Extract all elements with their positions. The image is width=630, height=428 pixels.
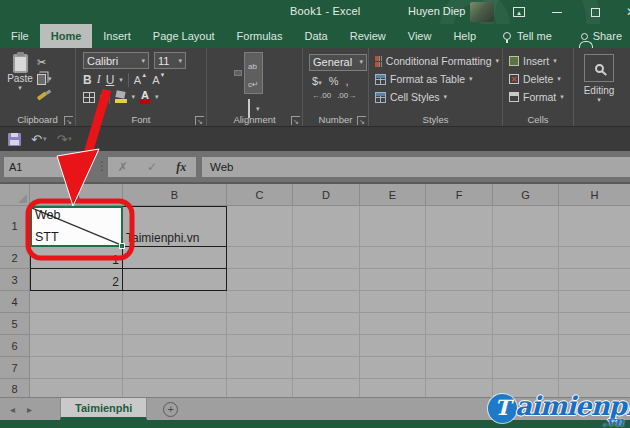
row-header-6[interactable]: 6 bbox=[0, 335, 30, 357]
column-header-E[interactable]: E bbox=[360, 184, 426, 206]
next-sheet-icon[interactable]: ▸ bbox=[27, 404, 32, 415]
column-header-D[interactable]: D bbox=[293, 184, 360, 206]
cell-H5[interactable] bbox=[559, 313, 630, 335]
clipboard-dialog-launcher[interactable]: ↘ bbox=[64, 116, 73, 125]
sheet-tab-taimienphi[interactable]: Taimienphi bbox=[60, 398, 147, 420]
format-cells-button[interactable]: Format▾ bbox=[506, 88, 570, 106]
cell-A7[interactable] bbox=[30, 357, 123, 379]
row-header-7[interactable]: 7 bbox=[0, 357, 30, 379]
formula-input[interactable]: Web bbox=[202, 157, 630, 177]
cell-H4[interactable] bbox=[559, 291, 630, 313]
cell-A3[interactable]: 2 bbox=[30, 269, 123, 291]
cell-H2[interactable] bbox=[559, 247, 630, 269]
column-header-F[interactable]: F bbox=[426, 184, 493, 206]
align-right-button[interactable] bbox=[234, 106, 242, 112]
number-dialog-launcher[interactable]: ↘ bbox=[357, 116, 366, 125]
editing-dropdown-icon[interactable]: ▾ bbox=[597, 96, 601, 104]
underline-dropdown-icon[interactable]: ▾ bbox=[119, 76, 123, 84]
increase-font-size-button[interactable]: A▲ bbox=[134, 74, 147, 86]
minimize-button[interactable] bbox=[544, 0, 570, 24]
cell-G6[interactable] bbox=[493, 335, 559, 357]
fill-handle[interactable] bbox=[119, 243, 125, 249]
cell-B1[interactable]: Taimienphi.vn bbox=[123, 206, 227, 247]
cell-A5[interactable] bbox=[30, 313, 123, 335]
font-color-icon[interactable]: A bbox=[140, 90, 150, 104]
column-header-C[interactable]: C bbox=[227, 184, 293, 206]
cell-D8[interactable] bbox=[293, 379, 360, 397]
cell-C5[interactable] bbox=[227, 313, 293, 335]
column-header-A[interactable]: A bbox=[30, 184, 123, 206]
cell-C4[interactable] bbox=[227, 291, 293, 313]
borders-dropdown-icon[interactable]: ▾ bbox=[100, 93, 104, 101]
bold-button[interactable]: B bbox=[83, 73, 92, 87]
underline-button[interactable]: U bbox=[106, 73, 115, 87]
row-header-4[interactable]: 4 bbox=[0, 291, 30, 313]
cell-F7[interactable] bbox=[426, 357, 493, 379]
increase-decimal-button[interactable]: ←.00 bbox=[312, 91, 331, 100]
fill-color-icon[interactable] bbox=[115, 91, 127, 103]
insert-cells-button[interactable]: Insert▾ bbox=[506, 52, 570, 70]
cell-H8[interactable] bbox=[559, 379, 630, 397]
cell-E8[interactable] bbox=[360, 379, 426, 397]
cell-F5[interactable] bbox=[426, 313, 493, 335]
cell-E4[interactable] bbox=[360, 291, 426, 313]
cell-G8[interactable] bbox=[493, 379, 559, 397]
cell-G5[interactable] bbox=[493, 313, 559, 335]
cell-E1[interactable] bbox=[360, 206, 426, 247]
row-header-2[interactable]: 2 bbox=[0, 247, 30, 269]
save-button[interactable] bbox=[8, 133, 21, 146]
cell-E2[interactable] bbox=[360, 247, 426, 269]
cell-G2[interactable] bbox=[493, 247, 559, 269]
cell-E5[interactable] bbox=[360, 313, 426, 335]
cell-D6[interactable] bbox=[293, 335, 360, 357]
cell-C7[interactable] bbox=[227, 357, 293, 379]
italic-button[interactable]: I bbox=[97, 72, 101, 87]
font-size-select[interactable]: 11▾ bbox=[154, 52, 186, 69]
previous-sheet-icon[interactable]: ◂ bbox=[10, 404, 15, 415]
borders-icon[interactable] bbox=[83, 92, 95, 103]
cell-B3[interactable] bbox=[123, 269, 227, 291]
row-header-8[interactable]: 8 bbox=[0, 379, 30, 397]
cell-B4[interactable] bbox=[123, 291, 227, 313]
tab-insert[interactable]: Insert bbox=[92, 24, 142, 48]
percent-style-button[interactable]: % bbox=[329, 75, 339, 87]
cell-B6[interactable] bbox=[123, 335, 227, 357]
cell-G4[interactable] bbox=[493, 291, 559, 313]
align-left-button[interactable] bbox=[214, 106, 222, 112]
font-dialog-launcher[interactable]: ↘ bbox=[195, 116, 204, 125]
comma-style-button[interactable]: , bbox=[345, 75, 348, 87]
cell-D7[interactable] bbox=[293, 357, 360, 379]
decrease-decimal-button[interactable]: .00→ bbox=[337, 91, 356, 100]
cell-H3[interactable] bbox=[559, 269, 630, 291]
number-format-select[interactable]: General▾ bbox=[309, 54, 367, 71]
delete-cells-button[interactable]: ✕Delete▾ bbox=[506, 70, 570, 88]
cell-D1[interactable] bbox=[293, 206, 360, 247]
tab-review[interactable]: Review bbox=[339, 24, 397, 48]
cell-A2[interactable]: 1 bbox=[30, 247, 123, 269]
decrease-font-size-button[interactable]: A▼ bbox=[152, 74, 165, 86]
cell-C1[interactable] bbox=[227, 206, 293, 247]
cell-C2[interactable] bbox=[227, 247, 293, 269]
cell-C6[interactable] bbox=[227, 335, 293, 357]
tab-help[interactable]: Help bbox=[442, 24, 487, 48]
format-as-table-button[interactable]: Format as Table▾ bbox=[372, 70, 499, 88]
cell-A8[interactable] bbox=[30, 379, 123, 397]
select-all-corner[interactable] bbox=[0, 184, 30, 206]
cell-H1[interactable] bbox=[559, 206, 630, 247]
tab-formulas[interactable]: Formulas bbox=[226, 24, 294, 48]
redo-button[interactable]: ↷▾ bbox=[56, 133, 71, 146]
column-header-B[interactable]: B bbox=[123, 184, 227, 206]
cell-D3[interactable] bbox=[293, 269, 360, 291]
undo-button[interactable]: ↶▾ bbox=[31, 133, 46, 146]
confirm-entry-button[interactable]: ✓ bbox=[147, 160, 157, 174]
cell-A4[interactable] bbox=[30, 291, 123, 313]
align-top-button[interactable] bbox=[214, 70, 222, 76]
tab-page-layout[interactable]: Page Layout bbox=[142, 24, 226, 48]
cell-E6[interactable] bbox=[360, 335, 426, 357]
font-family-select[interactable]: Calibri▾ bbox=[83, 52, 149, 69]
tab-home[interactable]: Home bbox=[40, 24, 93, 48]
format-painter-button[interactable] bbox=[37, 89, 52, 103]
cut-button[interactable]: ✂ bbox=[37, 55, 52, 69]
tab-view[interactable]: View bbox=[397, 24, 443, 48]
copy-button[interactable]: ▾ bbox=[37, 72, 52, 86]
